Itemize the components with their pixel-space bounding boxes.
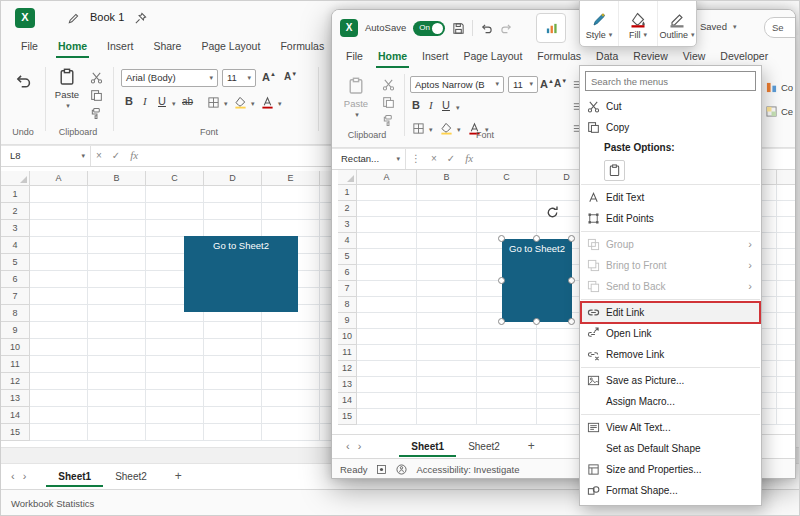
- cell-a9[interactable]: [357, 313, 417, 329]
- cell-a3[interactable]: [30, 220, 88, 237]
- cell-a14[interactable]: [357, 393, 417, 409]
- shrink-font-icon[interactable]: A▼: [554, 78, 567, 90]
- row-header-10[interactable]: 10: [338, 329, 357, 345]
- cell-h7[interactable]: [777, 281, 796, 297]
- cell-d10[interactable]: [204, 339, 262, 356]
- prev-sheet-icon[interactable]: ‹: [7, 470, 19, 483]
- cell-f10[interactable]: [320, 339, 331, 356]
- cell-c11[interactable]: [146, 356, 204, 373]
- column-header-a[interactable]: A: [30, 171, 88, 186]
- cell-b9[interactable]: [88, 322, 146, 339]
- cell-c2[interactable]: [477, 201, 537, 217]
- formula-input[interactable]: [143, 146, 331, 166]
- cell-h1[interactable]: [777, 185, 796, 201]
- column-header-b[interactable]: B: [417, 170, 477, 185]
- cell-h9[interactable]: [777, 313, 796, 329]
- cell-e15[interactable]: [262, 424, 320, 441]
- paste-option-button[interactable]: [604, 160, 625, 181]
- cell-b10[interactable]: [417, 329, 477, 345]
- ribbon-tab-home[interactable]: Home: [56, 36, 89, 59]
- mini-toolbar-style[interactable]: Style▾: [580, 0, 619, 46]
- menu-item-set-as-default-shape[interactable]: Set as Default Shape: [580, 438, 761, 459]
- font-name-box[interactable]: Aptos Narrow (B ▾: [410, 76, 504, 93]
- strikethrough-button[interactable]: ab: [182, 96, 193, 108]
- new-sheet-button[interactable]: +: [528, 439, 535, 453]
- row-header-8[interactable]: 8: [338, 297, 357, 313]
- cell-b11[interactable]: [88, 356, 146, 373]
- autosave-toggle[interactable]: On: [413, 21, 445, 36]
- cell-a2[interactable]: [30, 203, 88, 220]
- row-header-15[interactable]: 15: [1, 424, 30, 441]
- cancel-icon[interactable]: ×: [426, 153, 442, 165]
- row-header-4[interactable]: 4: [338, 233, 357, 249]
- fx-icon[interactable]: fx: [460, 152, 478, 165]
- cell-h15[interactable]: [777, 409, 796, 425]
- sheet-tab-sheet1[interactable]: Sheet1: [46, 466, 103, 487]
- cell-e14[interactable]: [262, 407, 320, 424]
- cell-f4[interactable]: [320, 237, 331, 254]
- cell-f7[interactable]: [320, 288, 331, 305]
- macro-record-icon[interactable]: [376, 464, 387, 475]
- pin-icon[interactable]: [134, 12, 147, 25]
- cell-h3[interactable]: [777, 217, 796, 233]
- cell-a10[interactable]: [30, 339, 88, 356]
- cell-h2[interactable]: [777, 201, 796, 217]
- row-header-10[interactable]: 10: [1, 339, 30, 356]
- row-header-5[interactable]: 5: [1, 254, 30, 271]
- cell-a8[interactable]: [30, 305, 88, 322]
- name-box[interactable]: L8 ▾: [1, 146, 91, 166]
- cell-a3[interactable]: [357, 217, 417, 233]
- cell-e2[interactable]: [262, 203, 320, 220]
- fx-icon[interactable]: fx: [125, 149, 143, 162]
- cell-c12[interactable]: [477, 361, 537, 377]
- cell-a5[interactable]: [30, 254, 88, 271]
- row-header-9[interactable]: 9: [338, 313, 357, 329]
- sheet-tab-sheet1[interactable]: Sheet1: [399, 436, 456, 457]
- menu-item-edit-text[interactable]: Edit Text: [580, 187, 761, 208]
- cell-d1[interactable]: [204, 186, 262, 203]
- row-header-13[interactable]: 13: [1, 390, 30, 407]
- paste-button[interactable]: Paste ▾: [49, 67, 85, 111]
- cell-a6[interactable]: [30, 271, 88, 288]
- sheet-tab-sheet2[interactable]: Sheet2: [456, 436, 512, 457]
- underline-button[interactable]: U: [442, 99, 450, 112]
- ribbon-tab-file[interactable]: File: [19, 36, 40, 59]
- row-header-2[interactable]: 2: [1, 203, 30, 220]
- cell-b6[interactable]: [88, 271, 146, 288]
- row-header-5[interactable]: 5: [338, 249, 357, 265]
- cell-f14[interactable]: [320, 407, 331, 424]
- cell-c13[interactable]: [477, 377, 537, 393]
- cell-b7[interactable]: [88, 288, 146, 305]
- format-painter-icon[interactable]: [90, 107, 103, 120]
- cell-c12[interactable]: [146, 373, 204, 390]
- saved-status[interactable]: Saved ▾: [700, 21, 736, 32]
- borders-icon[interactable]: [207, 96, 220, 109]
- bold-button[interactable]: B: [412, 99, 420, 112]
- cell-a2[interactable]: [357, 201, 417, 217]
- cell-f5[interactable]: [320, 254, 331, 271]
- resize-handle-ne[interactable]: [568, 235, 575, 242]
- go-to-sheet2-shape-selected[interactable]: Go to Sheet2: [502, 239, 572, 322]
- cell-a1[interactable]: [30, 186, 88, 203]
- menu-item-cut[interactable]: Cut: [580, 96, 761, 117]
- cell-c1[interactable]: [477, 185, 537, 201]
- cell-a12[interactable]: [30, 373, 88, 390]
- row-header-1[interactable]: 1: [338, 185, 357, 201]
- cell-h12[interactable]: [777, 361, 796, 377]
- cell-b14[interactable]: [417, 393, 477, 409]
- underline-button[interactable]: U: [158, 95, 166, 108]
- cell-a7[interactable]: [357, 281, 417, 297]
- cell-b1[interactable]: [88, 186, 146, 203]
- menu-item-remove-link[interactable]: Remove Link: [580, 344, 761, 365]
- chevron-down-icon[interactable]: ▾: [278, 100, 282, 108]
- cell-f8[interactable]: [320, 305, 331, 322]
- cell-d12[interactable]: [204, 373, 262, 390]
- menu-item-size-and-properties[interactable]: Size and Properties...: [580, 459, 761, 480]
- cell-c10[interactable]: [477, 329, 537, 345]
- grow-font-icon[interactable]: A▲: [262, 71, 276, 84]
- cell-h6[interactable]: [777, 265, 796, 281]
- cell-a10[interactable]: [357, 329, 417, 345]
- cell-h11[interactable]: [777, 345, 796, 361]
- cell-b8[interactable]: [417, 297, 477, 313]
- cell-c15[interactable]: [146, 424, 204, 441]
